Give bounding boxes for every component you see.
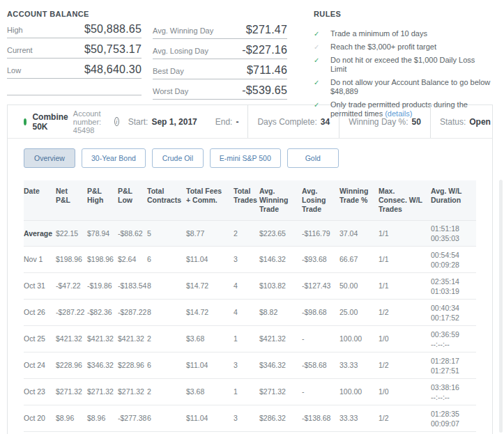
net-pnl-cell: -$287.22 <box>56 308 87 317</box>
product-tab[interactable]: Overview <box>24 148 75 168</box>
total-trades-cell: 1 <box>234 387 259 396</box>
scrollbar[interactable] <box>499 180 503 433</box>
net-pnl-cell: -$47.22 <box>56 281 87 290</box>
avg-wl-duration-cell: 00:54:54 00:09:28 <box>431 250 476 270</box>
winning-trade-pct-cell: 33.33 <box>339 361 379 370</box>
max-consec-wl-cell: 1/1 <box>379 281 431 290</box>
avg-wl-duration-cell: 01:51:18 00:35:03 <box>431 224 476 243</box>
stat-label: Best Day <box>153 67 184 75</box>
rule-item: Do not hit or exceed the $1,000 Daily Lo… <box>314 54 493 76</box>
empty-underline <box>7 95 142 95</box>
avg-wl-duration-cell: 03:38:16 --:--:-- <box>431 382 476 402</box>
avg-winning-trade-cell: $271.32 <box>259 387 302 396</box>
net-pnl-cell: $198.96 <box>56 255 87 264</box>
avg-wl-duration-cell: 01:28:35 00:09:07 <box>431 409 476 428</box>
total-contracts-cell: 8 <box>147 281 186 290</box>
total-trades-cell: 2 <box>234 229 259 238</box>
balance-row: Low $48,640.30 <box>7 59 142 79</box>
check-icon <box>314 29 330 38</box>
loss-duration: 00:09:07 <box>431 419 471 428</box>
day-stats-rows: Avg. Winning Day $271.47 Avg. Losing Day… <box>153 19 287 100</box>
status-value: 34 <box>321 117 330 127</box>
pnl-low-cell: $421.32 <box>118 334 147 343</box>
avg-winning-trade-cell: $223.65 <box>259 229 302 238</box>
net-pnl-cell: $22.15 <box>56 229 87 238</box>
net-pnl-cell: $228.96 <box>56 361 87 370</box>
status-field: Start: Sep 1, 2017 <box>119 105 206 138</box>
rule-item: Reach the $3,000+ profit target <box>314 40 493 54</box>
total-contracts-cell: 6 <box>147 414 186 423</box>
table-row: Oct 25 $421.32 $421.32 $421.32 2 $3.68 1… <box>24 326 476 352</box>
product-tab[interactable]: 30-Year Bond <box>82 148 146 168</box>
total-contracts-cell: 2 <box>147 387 186 396</box>
net-pnl-cell: $421.32 <box>56 334 87 343</box>
win-duration: 02:35:14 <box>431 277 471 286</box>
total-fees-cell: $8.77 <box>186 229 234 238</box>
status-bar: Combine 50K Account number: 45498 i Star… <box>8 105 492 139</box>
status-label: Status: <box>440 117 466 127</box>
header-cell: Date <box>24 187 56 196</box>
max-consec-wl-cell: 1/0 <box>379 387 431 396</box>
table-row: Oct 20 $8.96 $8.96 -$277.38 6 $11.04 3 $… <box>24 405 476 432</box>
avg-winning-trade-cell: $8.82 <box>259 308 302 317</box>
total-fees-cell: $14.72 <box>186 308 234 317</box>
combine-name: Combine 50K <box>32 112 68 132</box>
total-trades-cell: 3 <box>234 255 259 264</box>
product-tab[interactable]: E-mini S&P 500 <box>210 148 281 168</box>
winning-trade-pct-cell: 100.00 <box>339 334 379 343</box>
status-value: - <box>236 117 238 127</box>
loss-duration: --:--:-- <box>431 392 471 402</box>
date-cell: Oct 31 <box>24 281 56 290</box>
total-fees-cell: $11.04 <box>186 361 234 370</box>
avg-losing-trade-cell: - <box>302 334 339 343</box>
stat-label: Avg. Losing Day <box>153 47 208 55</box>
loss-duration: 01:03:19 <box>431 286 471 296</box>
table-row: Nov 1 $198.96 $198.96 $2.64 6 $11.04 3 $… <box>24 247 476 273</box>
total-trades-cell: 1 <box>234 334 259 343</box>
product-tab[interactable]: Gold <box>287 148 339 168</box>
max-consec-wl-cell: 1/2 <box>379 414 431 423</box>
total-fees-cell: $3.68 <box>186 334 234 343</box>
check-icon <box>314 56 330 65</box>
rule-text: Do not allow your Account Balance to go … <box>330 78 493 96</box>
stat-row: Avg. Winning Day $271.47 <box>153 19 287 39</box>
status-value: 50 <box>412 117 421 127</box>
loss-duration: 00:35:03 <box>431 233 471 243</box>
pnl-low-cell: -$287.22 <box>118 308 147 317</box>
info-icon[interactable]: i <box>114 117 119 126</box>
total-contracts-cell: 2 <box>147 334 186 343</box>
pnl-low-cell: $271.32 <box>118 387 147 396</box>
win-duration: 00:54:54 <box>431 250 471 260</box>
max-consec-wl-cell: 1/2 <box>379 361 431 370</box>
product-tab[interactable]: Crude Oil <box>152 148 204 168</box>
win-duration: 00:40:34 <box>431 303 471 313</box>
rule-text: Reach the $3,000+ profit target <box>330 42 438 52</box>
check-icon <box>314 78 330 87</box>
avg-wl-duration-cell: 00:36:59 --:--:-- <box>431 330 476 349</box>
stat-row: Worst Day -$539.65 <box>153 79 287 100</box>
avg-winning-trade-cell: $421.32 <box>259 334 302 343</box>
loss-duration: --:--:-- <box>431 339 471 349</box>
status-fields: Start: Sep 1, 2017 End: - Days Complete:… <box>119 105 500 138</box>
total-contracts-cell: 6 <box>147 255 186 264</box>
check-icon <box>314 42 330 52</box>
table-header: Date Net P&L P&L High P&L Low Total Cont… <box>24 180 476 220</box>
avg-losing-trade-cell: - <box>302 387 339 396</box>
total-fees-cell: $11.04 <box>186 414 234 423</box>
daily-stats-table: Date Net P&L P&L High P&L Low Total Cont… <box>24 180 476 432</box>
max-consec-wl-cell: 1/2 <box>379 308 431 317</box>
max-consec-wl-cell: 1/1 <box>379 255 431 264</box>
status-field: Status: Open <box>430 105 500 138</box>
account-balance-section: ACCOUNT BALANCE High $50,888.65 Current … <box>7 10 142 104</box>
date-cell: Oct 26 <box>24 308 56 317</box>
rule-item: Do not allow your Account Balance to go … <box>314 76 493 98</box>
winning-trade-pct-cell: 50.00 <box>339 281 379 290</box>
rule-item: Trade a minimum of 10 days <box>314 27 493 40</box>
header-cell: Net P&L <box>56 187 87 205</box>
balance-label: Current <box>7 46 33 54</box>
date-cell: Oct 20 <box>24 414 56 423</box>
balance-label: Low <box>7 66 21 75</box>
pnl-high-cell: $78.94 <box>87 229 118 238</box>
date-cell: Oct 25 <box>24 334 56 343</box>
total-contracts-cell: 5 <box>147 229 186 238</box>
